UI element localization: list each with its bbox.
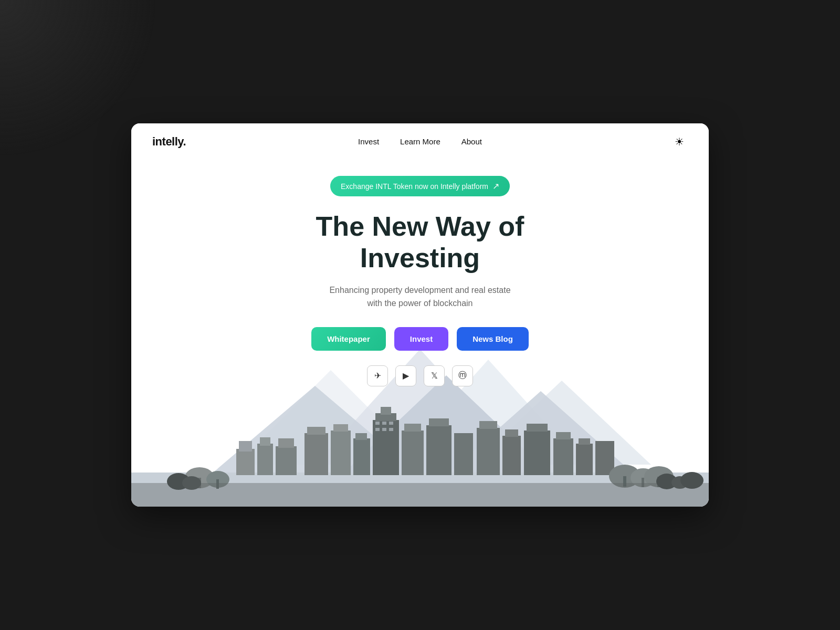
nav-link-invest[interactable]: Invest xyxy=(358,137,379,146)
svg-point-60 xyxy=(680,472,704,489)
svg-rect-32 xyxy=(389,428,393,431)
svg-rect-20 xyxy=(331,430,351,475)
svg-rect-26 xyxy=(381,407,391,415)
logo: intelly. xyxy=(152,135,186,149)
svg-rect-34 xyxy=(404,424,421,432)
navbar: intelly. Invest Learn More About ☀ xyxy=(131,123,709,160)
svg-rect-45 xyxy=(556,432,571,439)
svg-point-57 xyxy=(182,476,201,490)
nav-item-learn-more[interactable]: Learn More xyxy=(400,137,440,146)
svg-rect-19 xyxy=(307,427,326,435)
nav-links: Invest Learn More About xyxy=(358,137,482,146)
exchange-badge[interactable]: Exchange INTL Token now on Intelly platf… xyxy=(330,176,510,196)
svg-rect-16 xyxy=(276,446,297,475)
svg-rect-27 xyxy=(375,422,380,425)
twitter-icon[interactable]: 𝕏 xyxy=(424,365,445,386)
medium-icon[interactable]: ⓜ xyxy=(452,365,473,386)
svg-rect-18 xyxy=(304,433,328,475)
svg-rect-46 xyxy=(576,444,593,475)
whitepaper-button[interactable]: Whitepaper xyxy=(311,327,386,351)
nav-item-about[interactable]: About xyxy=(461,137,482,146)
cta-buttons: Whitepaper Invest News Blog xyxy=(311,327,529,351)
svg-rect-15 xyxy=(260,437,270,446)
nav-link-learn-more[interactable]: Learn More xyxy=(400,137,440,146)
svg-rect-39 xyxy=(479,421,497,429)
svg-rect-28 xyxy=(382,422,386,425)
hero-subtitle: Enhancing property development and real … xyxy=(326,284,514,310)
svg-rect-42 xyxy=(524,430,550,475)
hero-title: The New Way of Investing xyxy=(316,211,524,274)
telegram-icon[interactable]: ✈ xyxy=(367,365,388,386)
svg-rect-35 xyxy=(426,425,452,475)
svg-rect-41 xyxy=(505,429,518,437)
svg-rect-13 xyxy=(239,441,252,452)
svg-rect-43 xyxy=(527,424,548,432)
svg-rect-36 xyxy=(429,418,449,426)
exchange-badge-arrow: ↗ xyxy=(492,181,499,191)
svg-rect-23 xyxy=(355,433,367,440)
svg-rect-44 xyxy=(553,438,573,475)
svg-rect-30 xyxy=(375,428,380,431)
svg-rect-33 xyxy=(402,430,424,475)
nav-item-invest[interactable]: Invest xyxy=(358,137,379,146)
svg-rect-22 xyxy=(353,438,370,475)
svg-rect-40 xyxy=(502,436,521,475)
svg-rect-29 xyxy=(389,422,393,425)
svg-rect-48 xyxy=(595,441,614,475)
browser-window: intelly. Invest Learn More About ☀ Excha… xyxy=(131,123,709,507)
svg-rect-37 xyxy=(454,433,473,475)
youtube-icon[interactable]: ▶ xyxy=(395,365,416,386)
theme-toggle-button[interactable]: ☀ xyxy=(671,133,688,150)
svg-rect-14 xyxy=(257,444,273,475)
invest-button[interactable]: Invest xyxy=(394,327,448,351)
svg-rect-17 xyxy=(278,438,294,448)
social-icons: ✈ ▶ 𝕏 ⓜ xyxy=(367,365,473,386)
svg-rect-21 xyxy=(333,424,348,432)
nav-link-about[interactable]: About xyxy=(461,137,482,146)
svg-rect-31 xyxy=(382,428,386,431)
hero-section: Exchange INTL Token now on Intelly platf… xyxy=(131,160,709,397)
exchange-badge-text: Exchange INTL Token now on Intelly platf… xyxy=(341,182,488,191)
svg-rect-55 xyxy=(131,483,709,507)
svg-rect-47 xyxy=(579,438,590,445)
newsblog-button[interactable]: News Blog xyxy=(457,327,529,351)
svg-rect-38 xyxy=(477,428,500,475)
svg-rect-12 xyxy=(236,449,255,475)
